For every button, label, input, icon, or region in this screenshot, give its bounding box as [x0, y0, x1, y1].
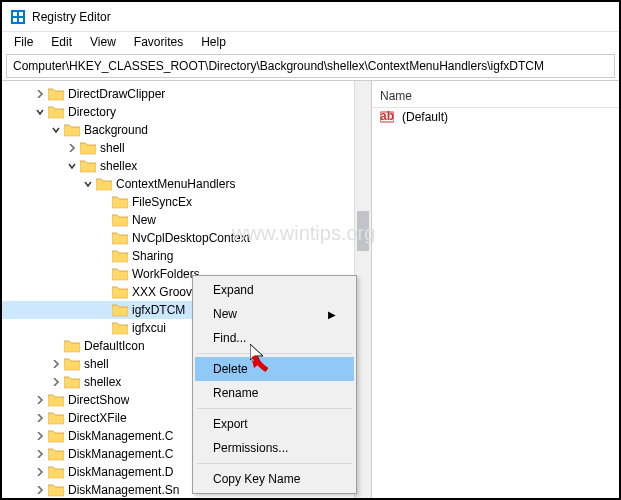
menu-file[interactable]: File — [6, 33, 41, 51]
ctx-separator — [197, 408, 352, 409]
value-name: (Default) — [402, 110, 448, 124]
tree-label: shellex — [100, 159, 137, 173]
scrollbar-thumb[interactable] — [357, 211, 369, 251]
tree-item[interactable]: ContextMenuHandlers — [2, 175, 371, 193]
tree-label: WorkFolders — [132, 267, 200, 281]
tree-item[interactable]: New — [2, 211, 371, 229]
svg-rect-3 — [13, 18, 17, 22]
chevron-right-icon[interactable] — [34, 448, 46, 460]
folder-icon — [48, 447, 64, 461]
tree-label: DiskManagement.C — [68, 447, 173, 461]
ctx-permissions[interactable]: Permissions... — [195, 436, 354, 460]
tree-label: shellex — [84, 375, 121, 389]
menubar: File Edit View Favorites Help — [2, 32, 619, 52]
folder-icon — [112, 285, 128, 299]
tree-label: shell — [100, 141, 125, 155]
tree-item[interactable]: Background — [2, 121, 371, 139]
tree-label: DiskManagement.C — [68, 429, 173, 443]
folder-icon — [112, 249, 128, 263]
menu-help[interactable]: Help — [193, 33, 234, 51]
chevron-right-icon[interactable] — [50, 358, 62, 370]
tree-label: New — [132, 213, 156, 227]
ctx-expand[interactable]: Expand — [195, 278, 354, 302]
folder-icon — [48, 105, 64, 119]
window-title: Registry Editor — [32, 10, 111, 24]
string-value-icon: ab — [380, 110, 394, 124]
folder-icon — [64, 123, 80, 137]
svg-rect-4 — [19, 18, 23, 22]
chevron-right-icon[interactable] — [34, 88, 46, 100]
tree-item[interactable]: shellex — [2, 157, 371, 175]
tree-label: Directory — [68, 105, 116, 119]
address-text: Computer\HKEY_CLASSES_ROOT\Directory\Bac… — [13, 59, 544, 73]
tree-label: DirectShow — [68, 393, 129, 407]
folder-icon — [112, 231, 128, 245]
tree-label: DirectXFile — [68, 411, 127, 425]
folder-icon — [48, 87, 64, 101]
tree-label: Background — [84, 123, 148, 137]
folder-icon — [96, 177, 112, 191]
registry-editor-window: Registry Editor File Edit View Favorites… — [0, 0, 621, 500]
ctx-separator — [197, 463, 352, 464]
tree-label: DirectDrawClipper — [68, 87, 165, 101]
chevron-right-icon[interactable] — [34, 394, 46, 406]
submenu-arrow-icon: ▶ — [328, 309, 336, 320]
tree-item[interactable]: Directory — [2, 103, 371, 121]
tree-label: DiskManagement.D — [68, 465, 173, 479]
context-menu: Expand New▶ Find... Delete Rename Export… — [192, 275, 357, 494]
folder-icon — [112, 195, 128, 209]
folder-icon — [64, 357, 80, 371]
titlebar: Registry Editor — [2, 2, 619, 32]
folder-icon — [80, 141, 96, 155]
chevron-right-icon[interactable] — [34, 412, 46, 424]
details-panel: Name ab (Default) — [372, 81, 619, 498]
chevron-down-icon[interactable] — [34, 106, 46, 118]
chevron-right-icon[interactable] — [34, 484, 46, 496]
svg-rect-1 — [13, 12, 17, 16]
folder-icon — [64, 339, 80, 353]
ctx-delete[interactable]: Delete — [195, 357, 354, 381]
details-header[interactable]: Name — [372, 85, 619, 108]
chevron-down-icon[interactable] — [82, 178, 94, 190]
chevron-right-icon[interactable] — [50, 376, 62, 388]
ctx-export[interactable]: Export — [195, 412, 354, 436]
tree-label: DiskManagement.Sn — [68, 483, 179, 497]
tree-label: NvCplDesktopContext — [132, 231, 250, 245]
ctx-separator — [197, 353, 352, 354]
folder-icon — [80, 159, 96, 173]
tree-item[interactable]: NvCplDesktopContext — [2, 229, 371, 247]
folder-icon — [48, 465, 64, 479]
chevron-down-icon[interactable] — [50, 124, 62, 136]
folder-icon — [48, 393, 64, 407]
folder-icon — [112, 267, 128, 281]
tree-item[interactable]: DirectDrawClipper — [2, 85, 371, 103]
tree-label: ContextMenuHandlers — [116, 177, 235, 191]
folder-icon — [48, 483, 64, 497]
tree-label: Sharing — [132, 249, 173, 263]
svg-text:ab: ab — [380, 110, 394, 123]
folder-icon — [112, 321, 128, 335]
chevron-right-icon[interactable] — [66, 142, 78, 154]
folder-icon — [112, 213, 128, 227]
column-name[interactable]: Name — [380, 89, 412, 103]
chevron-down-icon[interactable] — [66, 160, 78, 172]
menu-favorites[interactable]: Favorites — [126, 33, 191, 51]
chevron-right-icon[interactable] — [34, 466, 46, 478]
tree-item[interactable]: shell — [2, 139, 371, 157]
chevron-right-icon[interactable] — [34, 430, 46, 442]
menu-view[interactable]: View — [82, 33, 124, 51]
app-icon — [10, 9, 26, 25]
tree-item[interactable]: Sharing — [2, 247, 371, 265]
tree-label: shell — [84, 357, 109, 371]
ctx-rename[interactable]: Rename — [195, 381, 354, 405]
menu-edit[interactable]: Edit — [43, 33, 80, 51]
ctx-find[interactable]: Find... — [195, 326, 354, 350]
tree-item[interactable]: FileSyncEx — [2, 193, 371, 211]
svg-rect-2 — [19, 12, 23, 16]
folder-icon — [112, 303, 128, 317]
ctx-copy-key-name[interactable]: Copy Key Name — [195, 467, 354, 491]
value-row-default[interactable]: ab (Default) — [372, 108, 619, 126]
ctx-new[interactable]: New▶ — [195, 302, 354, 326]
address-bar[interactable]: Computer\HKEY_CLASSES_ROOT\Directory\Bac… — [6, 54, 615, 78]
folder-icon — [48, 411, 64, 425]
